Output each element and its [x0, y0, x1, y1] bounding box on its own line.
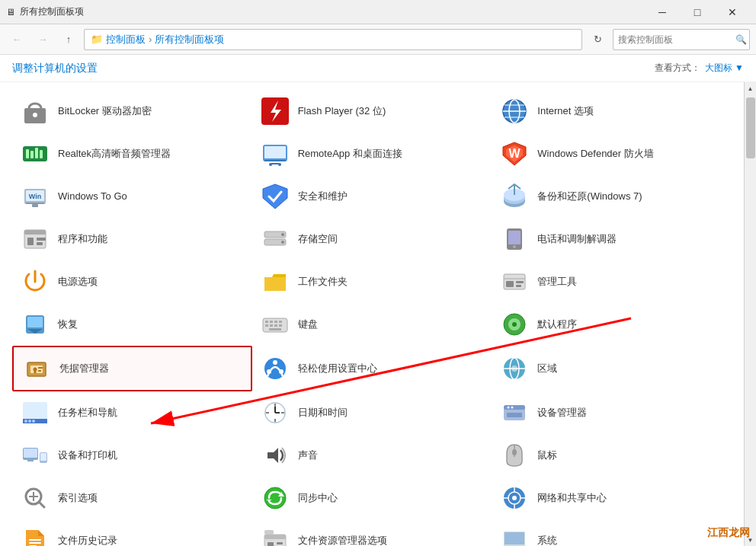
item-icon-devmgr — [499, 398, 530, 428]
control-item-bitlocker[interactable]: BitLocker 驱动器加密 — [12, 90, 252, 133]
control-item-security[interactable]: 安全和维护 — [252, 175, 492, 218]
control-item-recovery[interactable]: 恢复 — [12, 303, 252, 346]
item-label-region: 区域 — [537, 362, 557, 375]
svg-point-98 — [511, 407, 514, 409]
svg-rect-102 — [27, 460, 34, 461]
svg-rect-62 — [274, 324, 277, 327]
control-item-region[interactable]: 区域 — [492, 346, 732, 391]
title-bar: 🖥 所有控制面板项 ─ □ ✕ — [0, 0, 756, 24]
control-item-sound[interactable]: 声音 — [252, 434, 492, 477]
control-item-fileexplorer[interactable]: 文件资源管理器选项 — [252, 519, 492, 546]
control-item-devices[interactable]: 设备和打印机 — [12, 434, 252, 477]
control-item-programs[interactable]: 程序和功能 — [12, 218, 252, 260]
item-icon-system — [499, 525, 530, 546]
scrollbar-track[interactable] — [745, 94, 756, 534]
address-path: 📁 控制面板 › 所有控制面板项 — [84, 29, 582, 50]
control-item-internet[interactable]: Internet 选项 — [492, 90, 732, 133]
control-item-filehistory[interactable]: 文件历史记录 — [12, 519, 252, 546]
control-item-mouse[interactable]: 鼠标 — [492, 434, 732, 477]
item-label-defaults: 默认程序 — [537, 318, 577, 331]
item-icon-realtek — [20, 139, 50, 169]
search-icon: 🔍 — [735, 34, 747, 45]
item-icon-power — [20, 267, 50, 297]
control-item-flash[interactable]: Flash Player (32 位) — [252, 90, 492, 133]
svg-rect-50 — [516, 281, 524, 283]
title-bar-left: 🖥 所有控制面板项 — [6, 5, 84, 18]
up-button[interactable]: ↑ — [58, 29, 79, 50]
control-item-workfolder[interactable]: 工作文件夹 — [252, 260, 492, 303]
control-item-phone[interactable]: 电话和调制解调器 — [492, 218, 732, 260]
svg-rect-49 — [506, 281, 514, 287]
item-label-devmgr: 设备管理器 — [537, 407, 587, 420]
svg-rect-59 — [279, 321, 282, 323]
refresh-button[interactable]: ↻ — [587, 29, 608, 50]
item-label-security: 安全和维护 — [298, 190, 348, 203]
control-item-keyboard[interactable]: 键盘 — [252, 303, 492, 346]
item-label-keyboard: 键盘 — [298, 318, 318, 331]
svg-point-112 — [264, 487, 286, 509]
control-item-defender[interactable]: WWindows Defender 防火墙 — [492, 133, 732, 175]
window-title: 所有控制面板项 — [20, 5, 84, 18]
svg-rect-37 — [37, 238, 46, 241]
control-item-admintools[interactable]: 管理工具 — [492, 260, 732, 303]
svg-marker-29 — [263, 184, 287, 209]
item-label-realtek: Realtek高清晰音频管理器 — [58, 148, 171, 161]
minimize-button[interactable]: ─ — [645, 0, 680, 24]
item-label-programs: 程序和功能 — [58, 233, 107, 246]
forward-button[interactable]: → — [32, 29, 53, 50]
control-item-power[interactable]: 电源选项 — [12, 260, 252, 303]
control-item-devmgr[interactable]: 设备管理器 — [492, 391, 732, 434]
view-mode-selector[interactable]: 大图标 ▼ — [705, 62, 744, 75]
svg-text:W: W — [509, 147, 521, 160]
control-item-defaults[interactable]: 默认程序 — [492, 303, 732, 346]
item-label-remoteapp: RemoteApp 和桌面连接 — [298, 148, 402, 161]
item-label-credentials: 凭据管理器 — [59, 362, 109, 375]
control-item-sync[interactable]: 同步中心 — [252, 477, 492, 519]
item-label-admintools: 管理工具 — [537, 276, 577, 289]
svg-rect-17 — [264, 160, 286, 161]
control-item-storage[interactable]: 存储空间 — [252, 218, 492, 260]
maximize-button[interactable]: □ — [680, 0, 715, 24]
control-item-taskbar[interactable]: 任务栏和导航 — [12, 391, 252, 434]
item-icon-ease — [260, 353, 290, 384]
item-icon-workfolder — [260, 267, 290, 297]
svg-rect-16 — [264, 146, 286, 158]
path-separator: › — [149, 34, 152, 45]
item-icon-credentials — [21, 353, 52, 384]
item-label-workfolder: 工作文件夹 — [298, 276, 348, 289]
scrollbar-up[interactable]: ▲ — [745, 82, 757, 94]
control-item-system[interactable]: 系统 — [492, 519, 732, 546]
item-icon-network — [499, 483, 530, 513]
item-label-power: 电源选项 — [58, 276, 98, 289]
svg-rect-101 — [24, 449, 37, 458]
item-icon-datetime — [260, 398, 290, 428]
title-bar-controls: ─ □ ✕ — [645, 0, 750, 24]
svg-point-97 — [508, 407, 510, 409]
path-segment-1[interactable]: 控制面板 — [106, 33, 146, 46]
back-button[interactable]: ← — [6, 29, 27, 50]
control-item-credentials[interactable]: 凭据管理器 — [12, 346, 252, 391]
svg-rect-73 — [38, 370, 41, 372]
control-item-datetime[interactable]: 日期和时间 — [252, 391, 492, 434]
item-label-windowstogo: Windows To Go — [58, 190, 127, 203]
control-item-network[interactable]: 网络和共享中心 — [492, 477, 732, 519]
item-label-sync: 同步中心 — [298, 492, 338, 505]
control-item-ease[interactable]: 轻松使用设置中心 — [252, 346, 492, 391]
close-button[interactable]: ✕ — [715, 0, 750, 24]
control-item-indexing[interactable]: 索引选项 — [12, 477, 252, 519]
svg-point-84 — [24, 420, 27, 423]
watermark: 江西龙网 — [707, 526, 750, 540]
item-label-recovery: 恢复 — [58, 318, 78, 331]
control-item-realtek[interactable]: Realtek高清晰音频管理器 — [12, 133, 252, 175]
control-item-remoteapp[interactable]: RemoteApp 和桌面连接 — [252, 133, 492, 175]
svg-rect-51 — [516, 285, 521, 287]
control-item-backup[interactable]: 备份和还原(Windows 7) — [492, 175, 732, 218]
item-label-internet: Internet 选项 — [537, 105, 594, 118]
svg-marker-105 — [267, 448, 278, 463]
svg-point-86 — [32, 420, 35, 423]
control-item-windowstogo[interactable]: WinWindows To Go — [12, 175, 252, 218]
svg-rect-129 — [277, 542, 283, 544]
search-input[interactable] — [618, 34, 732, 45]
path-segment-2[interactable]: 所有控制面板项 — [155, 33, 224, 46]
svg-rect-11 — [26, 149, 29, 158]
